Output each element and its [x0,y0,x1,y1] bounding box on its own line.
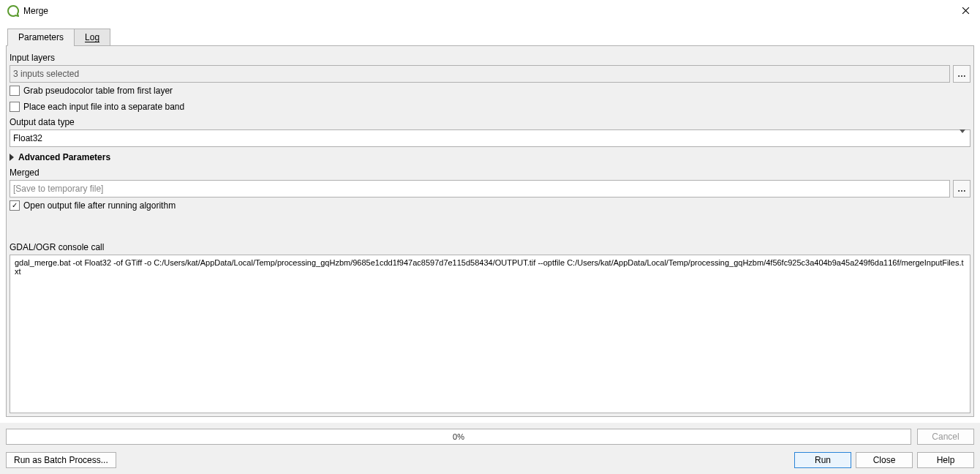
console-call-text[interactable]: gdal_merge.bat -ot Float32 -of GTiff -o … [10,255,970,413]
input-layers-label: Input layers [10,53,970,63]
close-button-label: Close [873,455,896,465]
merged-label: Merged [10,168,970,178]
run-button[interactable]: Run [794,452,851,468]
output-data-type-label: Output data type [10,117,970,127]
output-data-type-value: Float32 [13,133,42,143]
title-bar: Merge [0,0,980,22]
app-icon [7,5,19,17]
parameters-panel: Input layers 3 inputs selected … Grab ps… [6,45,974,417]
run-batch-button[interactable]: Run as Batch Process... [6,452,116,468]
progress-bar: 0% [6,429,911,445]
merged-output-field[interactable]: [Save to temporary file] [10,180,950,198]
input-layers-value: 3 inputs selected [13,69,79,79]
close-icon[interactable] [959,2,973,20]
help-button[interactable]: Help [917,452,974,468]
run-button-label: Run [815,455,831,465]
tab-bar: Parameters Log [7,29,974,46]
ellipsis-icon: … [957,184,966,194]
pseudocolor-label: Grab pseudocolor table from first layer [23,86,173,96]
tab-parameters-label: Parameters [18,32,64,42]
progress-percent: 0% [453,432,464,441]
input-layers-field[interactable]: 3 inputs selected [10,65,950,83]
chevron-down-icon [960,133,965,143]
open-output-label: Open output file after running algorithm [23,200,176,211]
window-title: Merge [23,6,48,16]
ellipsis-icon: … [957,69,966,79]
tab-log-label: Log [85,32,99,42]
pseudocolor-checkbox[interactable] [10,86,20,96]
open-output-checkbox[interactable]: ✓ [10,200,20,211]
input-layers-browse-button[interactable]: … [953,65,970,83]
dialog-body: Parameters Log Input layers 3 inputs sel… [0,22,980,423]
separate-band-checkbox[interactable] [10,102,20,112]
console-call-label: GDAL/OGR console call [10,242,970,252]
merged-placeholder: [Save to temporary file] [13,184,103,194]
advanced-parameters-label: Advanced Parameters [18,152,110,162]
cancel-button[interactable]: Cancel [917,429,974,445]
output-data-type-select[interactable]: Float32 [10,129,970,147]
merged-browse-button[interactable]: … [953,180,970,198]
tab-parameters[interactable]: Parameters [7,29,75,46]
close-button[interactable]: Close [856,452,913,468]
help-button-label: Help [937,455,955,465]
dialog-footer: 0% Cancel Run as Batch Process... Run Cl… [0,423,980,474]
tab-log[interactable]: Log [74,29,110,46]
chevron-right-icon [10,154,14,161]
advanced-parameters-toggle[interactable]: Advanced Parameters [10,152,970,162]
cancel-button-label: Cancel [932,432,959,442]
separate-band-label: Place each input file into a separate ba… [23,102,184,112]
run-batch-label: Run as Batch Process... [14,455,108,465]
